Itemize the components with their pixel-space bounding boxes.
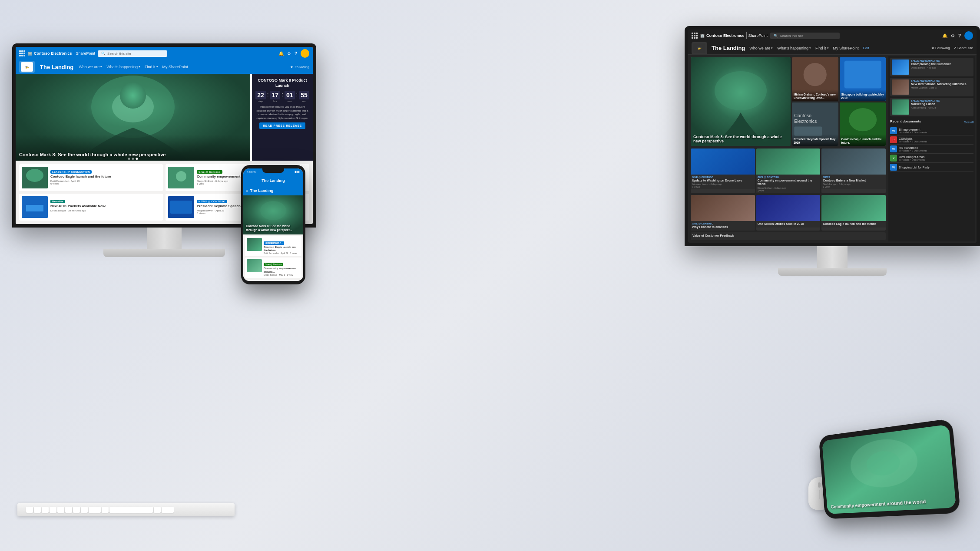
left-monitor-neck xyxy=(147,228,182,249)
card-thumb-4 xyxy=(168,196,194,218)
right-monitor: 🏢 Contoso Electronics SharePoint 🔍 Searc… xyxy=(685,26,980,276)
doc-item-3[interactable]: W HR Handbook personal > 2 Documents xyxy=(890,145,973,154)
right-search-box[interactable]: 🔍 Search this site xyxy=(770,33,840,39)
right-monitor-neck xyxy=(817,246,848,268)
doc-item-2[interactable]: P CSIATpita personal > 2 Documents xyxy=(890,135,973,145)
news-card-3[interactable]: Benefits New 401K Packets Available Now!… xyxy=(19,194,163,221)
right-share-button[interactable]: ↗ Share site xyxy=(954,46,973,50)
center-phone: 4:58 PM ▮▮▮ The Landing ≡ The Landing xyxy=(241,165,305,284)
phone-app-title: The Landing xyxy=(262,178,285,183)
dark-news-card-5[interactable]: One Million Drones Sold in 2018 xyxy=(756,195,821,231)
grid-cell-4[interactable]: Contoso Eagle launch and the future. xyxy=(840,102,886,146)
phone-time: 4:58 PM xyxy=(247,171,256,173)
right-site-actions: ★ Following ↗ Share site xyxy=(931,46,973,50)
right-hero-main: Contoso Mark 8: See the world through a … xyxy=(691,57,791,146)
phone-card-thumb-2 xyxy=(247,259,262,272)
right-help-icon[interactable]: ? xyxy=(958,33,961,38)
grid-caption-4: Contoso Eagle launch and the future. xyxy=(840,134,886,146)
dark-news-card-2[interactable]: Give @ Contoso Community empowerment aro… xyxy=(756,148,821,193)
grid-cell-3[interactable]: Contoso Electronics President Keynote Sp… xyxy=(792,102,838,146)
nav-whats-happening[interactable]: What's happening▾ xyxy=(106,65,140,69)
doc-item-5[interactable]: W Shopping List for Party xyxy=(890,163,973,172)
value-customer-feedback-card[interactable]: Value of Customer Feedback xyxy=(691,232,886,240)
phone-card-1[interactable]: LEADERSHIP C... Contoso Eagle launch and… xyxy=(245,236,301,256)
left-nav-icons: 🔔 ⚙ ? xyxy=(278,49,309,58)
rpi-content-3: Sales and Marketing Marketing Lunch Alan… xyxy=(911,99,972,115)
news-card-1[interactable]: LEADERSHIP CONNECTION Contoso Eagle laun… xyxy=(19,164,163,191)
sp-logo: 🏢 Contoso Electronics SharePoint xyxy=(28,50,95,57)
following-button[interactable]: ★ Following xyxy=(290,65,309,69)
dark-news-card-3[interactable]: News Contoso Enters a New Market Noah La… xyxy=(821,148,886,193)
nav-find-it[interactable]: Find it▾ xyxy=(145,65,158,69)
left-search-box[interactable]: 🔍 Search this site xyxy=(98,50,167,57)
right-bell-icon[interactable]: 🔔 xyxy=(942,33,947,38)
phone-site-title: The Landing xyxy=(250,188,274,193)
doc-content-4: Over Budget Areas personal > Documents xyxy=(899,155,973,161)
search-icon: 🔍 xyxy=(101,52,106,56)
svg-point-23 xyxy=(849,108,877,131)
right-panel-item-2[interactable]: Sales and Marketing New International Ma… xyxy=(890,78,973,96)
read-press-release-button[interactable]: READ PRESS RELEASE xyxy=(259,122,305,129)
star-icon: ★ xyxy=(290,65,293,69)
dark-news-card-6[interactable]: Contoso Eagle launch and the future xyxy=(821,195,886,231)
right-app-name: Contoso Electronics xyxy=(706,33,745,38)
rpi-thumb-1 xyxy=(892,59,909,75)
left-hero-main: Contoso Mark 8: See the world through a … xyxy=(16,74,250,161)
phone-card-2[interactable]: Give @ Contoso Community empowerment aro… xyxy=(245,257,301,277)
doc-icon-ppt-2: P xyxy=(890,136,897,143)
right-settings-icon[interactable]: ⚙ xyxy=(951,33,955,38)
hero-dot-2[interactable] xyxy=(132,158,134,160)
countdown-days: 22 days xyxy=(255,91,266,102)
right-news-section: Give @ Contoso Update to Washington Dron… xyxy=(689,147,887,241)
nav-who-we-are[interactable]: Who we are▾ xyxy=(79,65,102,69)
doc-item-1[interactable]: W BI Improvement personal > 2 Documents xyxy=(890,126,973,135)
right-search-placeholder: Search this site xyxy=(780,34,804,38)
phone-signal-icons: ▮▮▮ xyxy=(295,170,300,174)
right-sp-topnav: 🏢 Contoso Electronics SharePoint 🔍 Searc… xyxy=(688,30,977,42)
grid-caption-2: Singapore building update, May 2019 xyxy=(840,89,886,101)
hero-dot-1[interactable] xyxy=(128,158,130,160)
doc-item-4[interactable]: X Over Budget Areas personal > Documents xyxy=(890,154,973,163)
dark-news-card-4[interactable]: Give @ Contoso Why I donate to charities xyxy=(691,195,755,231)
phone-menu-icon[interactable]: ≡ xyxy=(246,188,248,193)
grid-cell-1[interactable]: Miriam Graham, Contoso's new Chief Marke… xyxy=(792,57,838,101)
bell-icon[interactable]: 🔔 xyxy=(278,51,284,56)
right-waffle-icon[interactable] xyxy=(692,33,698,39)
right-panel-item-3[interactable]: Sales and Marketing Marketing Lunch Alan… xyxy=(890,98,973,116)
user-avatar[interactable] xyxy=(301,49,309,58)
grid-caption-1: Miriam Graham, Contoso's new Chief Marke… xyxy=(792,89,838,101)
left-site-nav: 🚁 The Landing Who we are▾ What's happeni… xyxy=(16,60,313,74)
key xyxy=(26,507,33,513)
right-nav-who-we-are[interactable]: Who we are▾ xyxy=(749,46,773,50)
right-panel-item-1[interactable]: Sales and Marketing Championing the Cust… xyxy=(890,58,973,76)
doc-content-2: CSIATpita personal > 2 Documents xyxy=(899,137,973,143)
waffle-icon[interactable] xyxy=(19,50,25,56)
right-nav-whats-happening[interactable]: What's happening▾ xyxy=(777,46,811,50)
right-nav-edit[interactable]: Edit xyxy=(863,46,869,50)
right-hero-area: Contoso Mark 8: See the world through a … xyxy=(689,56,887,147)
see-all-link[interactable]: See all xyxy=(964,121,973,124)
svg-text:Contoso: Contoso xyxy=(794,113,811,118)
right-following-button[interactable]: ★ Following xyxy=(931,46,950,50)
svg-rect-11 xyxy=(170,201,192,214)
doc-icon-word-3: W xyxy=(890,145,897,152)
nav-my-sharepoint[interactable]: My SharePoint xyxy=(162,65,188,69)
hero-dot-3[interactable] xyxy=(136,158,138,160)
left-keyboard xyxy=(17,503,235,516)
phone-app-bar: The Landing xyxy=(243,175,303,186)
settings-icon[interactable]: ⚙ xyxy=(287,51,291,56)
right-site-nav: 🚁 The Landing Who we are▾ What's happeni… xyxy=(688,42,977,55)
site-logo: 🚁 xyxy=(19,61,35,73)
countdown-minutes: 01 min xyxy=(285,91,295,102)
card-meta-3: Debra Berger · 34 minutes ago xyxy=(50,209,160,212)
right-main-area: Contoso Mark 8: See the world through a … xyxy=(689,56,887,241)
key xyxy=(154,507,161,513)
help-icon[interactable]: ? xyxy=(295,51,297,56)
dark-news-card-1[interactable]: Give @ Contoso Update to Washington Dron… xyxy=(691,148,755,193)
right-nav-my-sharepoint[interactable]: My SharePoint xyxy=(833,46,859,50)
svg-point-25 xyxy=(260,201,286,220)
rpi-content-1: Sales and Marketing Championing the Cust… xyxy=(911,59,972,75)
grid-cell-2[interactable]: Singapore building update, May 2019 xyxy=(840,57,886,101)
right-nav-find-it[interactable]: Find it▾ xyxy=(815,46,829,50)
right-user-avatar[interactable] xyxy=(964,31,973,40)
